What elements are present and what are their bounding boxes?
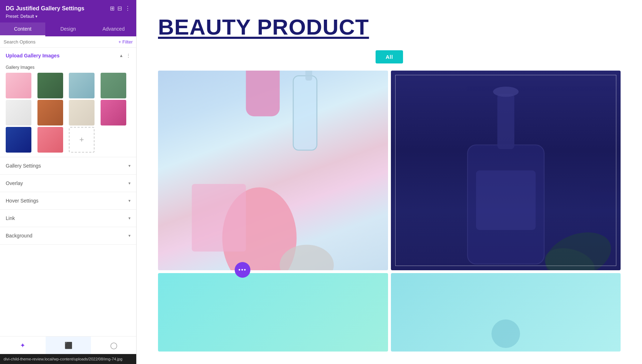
grid-icon[interactable]: ⊞ xyxy=(110,5,114,12)
table-icon[interactable]: ⊟ xyxy=(117,5,122,12)
background-chevron[interactable]: ▾ xyxy=(128,233,131,238)
background-title: Background xyxy=(6,233,32,239)
url-bar: divi-child-theme-review.local/wp-content… xyxy=(0,354,137,364)
page-title: BEAUTY PRODUCT xyxy=(158,14,621,40)
preset-label[interactable]: Preset: Default ▾ xyxy=(6,14,131,19)
upload-section-actions: ▲ ⋮ xyxy=(119,53,131,58)
gallery-thumb-4[interactable] xyxy=(101,73,126,98)
link-chevron[interactable]: ▾ xyxy=(128,216,131,221)
upload-gallery-header[interactable]: Upload Gallery Images ▲ ⋮ xyxy=(0,48,136,63)
gallery-thumb-10[interactable] xyxy=(37,127,63,153)
gallery-thumb-2[interactable] xyxy=(37,73,63,98)
hover-settings-section: Hover Settings ▾ xyxy=(0,192,136,210)
gallery-cell-2[interactable] xyxy=(391,71,621,270)
url-text: divi-child-theme-review.local/wp-content… xyxy=(4,357,122,361)
svg-rect-2 xyxy=(293,76,317,150)
search-input[interactable] xyxy=(4,39,116,45)
main-gallery xyxy=(158,71,621,270)
hover-settings-header[interactable]: Hover Settings ▾ xyxy=(0,192,136,209)
gallery-thumb-1[interactable] xyxy=(6,73,31,98)
header-icons: ⊞ ⊟ ⋮ xyxy=(110,5,131,12)
gallery-thumb-7[interactable] xyxy=(69,100,95,125)
bottom-gallery xyxy=(158,273,621,352)
gallery-settings-chevron[interactable]: ▾ xyxy=(128,163,131,168)
gallery-cell-bottom-2[interactable] xyxy=(391,273,621,352)
gallery-thumb-5[interactable] xyxy=(6,100,31,125)
tab-content[interactable]: Content xyxy=(0,22,45,36)
floating-dots-button[interactable]: ••• xyxy=(235,262,250,278)
upload-gallery-section: Upload Gallery Images ▲ ⋮ Gallery Images… xyxy=(0,48,136,157)
gallery-thumb-6[interactable] xyxy=(37,100,63,125)
gallery-images-label: Gallery Images xyxy=(0,63,136,73)
svg-rect-3 xyxy=(305,71,312,81)
bottom-bar-icon-3[interactable]: ◯ xyxy=(91,337,137,354)
background-section: Background ▾ xyxy=(0,227,136,245)
overlay-title: Overlay xyxy=(6,180,23,186)
more-icon[interactable]: ⋮ xyxy=(126,53,131,58)
svg-rect-9 xyxy=(476,170,535,230)
bottom-bar-icon-1[interactable]: ✦ xyxy=(0,337,46,354)
add-image-button[interactable]: + xyxy=(69,127,95,153)
tab-design[interactable]: Design xyxy=(45,22,91,36)
link-header[interactable]: Link ▾ xyxy=(0,210,136,227)
overlay-section: Overlay ▾ xyxy=(0,175,136,192)
gallery-cell-bottom-1[interactable] xyxy=(158,273,388,352)
gallery-settings-title: Gallery Settings xyxy=(6,163,41,169)
main-content: BEAUTY PRODUCT All xyxy=(137,0,642,364)
filter-button[interactable]: + Filter xyxy=(118,39,133,45)
gallery-thumb-8[interactable] xyxy=(101,100,126,125)
filter-bar: All xyxy=(158,50,621,63)
collapse-icon[interactable]: ▲ xyxy=(119,53,123,58)
tabs: Content Design Advanced xyxy=(0,22,136,36)
search-bar: + Filter xyxy=(0,36,136,48)
sidebar-title: DG Justified Gallery Settings xyxy=(6,5,85,12)
gallery-thumb-3[interactable] xyxy=(69,73,95,98)
overlay-chevron[interactable]: ▾ xyxy=(128,181,131,186)
gallery-cell-1[interactable] xyxy=(158,71,388,270)
hover-settings-chevron[interactable]: ▾ xyxy=(128,198,131,203)
svg-rect-7 xyxy=(192,184,246,252)
gallery-thumb-9[interactable] xyxy=(6,127,31,153)
svg-rect-0 xyxy=(246,71,280,116)
bottom-bar-icon-2[interactable]: ⬛ xyxy=(46,337,91,354)
link-title: Link xyxy=(6,215,15,221)
dots-icon[interactable]: ⋮ xyxy=(125,5,131,12)
background-header[interactable]: Background ▾ xyxy=(0,227,136,244)
svg-point-11 xyxy=(493,87,519,97)
bottom-bar: ✦ ⬛ ◯ xyxy=(0,336,137,354)
hover-settings-title: Hover Settings xyxy=(6,198,39,204)
sidebar-content: Upload Gallery Images ▲ ⋮ Gallery Images… xyxy=(0,48,136,364)
sidebar-header: DG Justified Gallery Settings ⊞ ⊟ ⋮ Pres… xyxy=(0,0,136,22)
sidebar: DG Justified Gallery Settings ⊞ ⊟ ⋮ Pres… xyxy=(0,0,137,364)
gallery-grid: + xyxy=(0,73,136,157)
filter-all-button[interactable]: All xyxy=(376,50,403,63)
gallery-settings-section: Gallery Settings ▾ xyxy=(0,157,136,175)
upload-gallery-title: Upload Gallery Images xyxy=(6,53,60,58)
link-section: Link ▾ xyxy=(0,210,136,227)
tab-advanced[interactable]: Advanced xyxy=(91,22,136,36)
gallery-settings-header[interactable]: Gallery Settings ▾ xyxy=(0,157,136,174)
svg-rect-10 xyxy=(497,94,514,149)
overlay-header[interactable]: Overlay ▾ xyxy=(0,175,136,192)
